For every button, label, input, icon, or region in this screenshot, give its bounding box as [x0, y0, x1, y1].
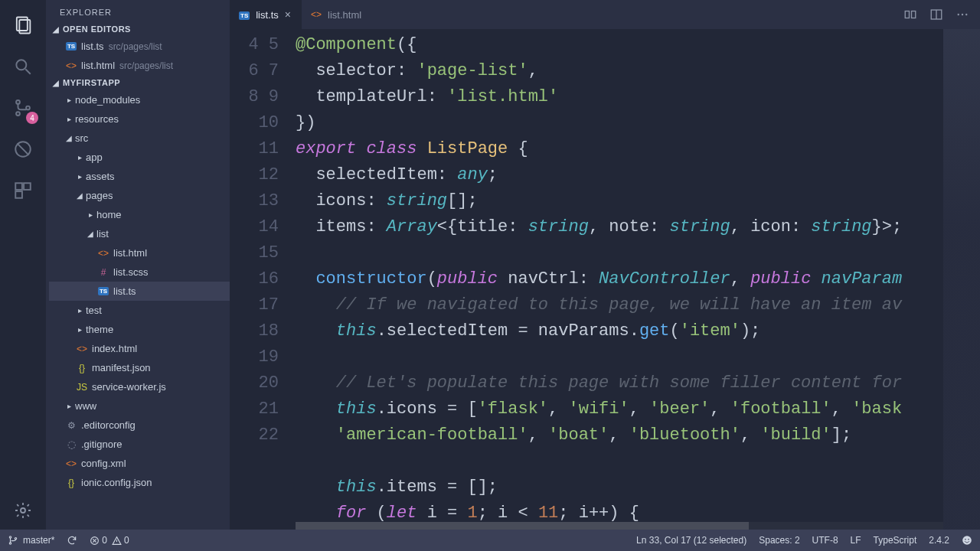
folder-home[interactable]: ▸home [49, 205, 230, 224]
folder-node-modules[interactable]: ▸node_modules [49, 90, 230, 109]
svg-point-27 [962, 536, 972, 545]
html-file-icon: <> [311, 9, 322, 20]
svg-line-8 [17, 143, 28, 155]
svg-point-4 [16, 100, 20, 104]
file-manifest-json[interactable]: {}manifest.json [49, 358, 230, 377]
main-row: 4 EXPLORER ◢ OPEN EDITORS TS [0, 0, 980, 530]
file-gitignore[interactable]: ◌.gitignore [49, 435, 230, 454]
indentation-status[interactable]: Spaces: 2 [759, 535, 799, 546]
horizontal-scrollbar[interactable] [296, 522, 943, 530]
chevron-down-icon: ◢ [51, 79, 61, 87]
svg-rect-14 [912, 11, 916, 18]
html-file-icon: <> [64, 60, 78, 71]
js-file-icon: JS [75, 382, 89, 393]
open-editors-list: TS list.ts src/pages/list <> list.html s… [46, 37, 230, 75]
debug-activity-icon[interactable] [0, 129, 46, 170]
folder-src[interactable]: ◢src [49, 129, 230, 148]
project-section[interactable]: ◢ MYFIRSTAPP [46, 75, 230, 90]
feedback-icon[interactable] [962, 535, 972, 546]
sidebar-title: EXPLORER [46, 0, 230, 21]
html-file-icon: <> [96, 248, 110, 259]
minimap[interactable] [943, 29, 980, 530]
svg-line-3 [25, 69, 31, 74]
file-index-html[interactable]: <>index.html [49, 339, 230, 358]
folder-list[interactable]: ◢list [49, 224, 230, 243]
extensions-activity-icon[interactable] [0, 170, 46, 211]
settings-gear-icon[interactable] [0, 491, 46, 530]
folder-resources[interactable]: ▸resources [49, 109, 230, 129]
eol-status[interactable]: LF [851, 535, 861, 546]
json-file-icon: {} [75, 363, 89, 373]
svg-point-12 [21, 508, 25, 513]
cursor-position-status[interactable]: Ln 33, Col 17 (12 selected) [636, 535, 746, 546]
scm-activity-icon[interactable]: 4 [0, 87, 46, 129]
svg-rect-11 [15, 191, 22, 198]
file-service-worker[interactable]: JSservice-worker.js [49, 377, 230, 396]
svg-point-5 [16, 112, 20, 116]
gear-file-icon: ⚙ [64, 420, 78, 431]
file-ionic-config[interactable]: {}ionic.config.json [49, 473, 230, 492]
folder-assets[interactable]: ▸assets [49, 167, 230, 186]
folder-test[interactable]: ▸test [49, 301, 230, 320]
svg-point-17 [958, 14, 959, 15]
tab-list-html[interactable]: <> list.html [302, 0, 372, 29]
html-file-icon: <> [75, 344, 89, 354]
git-file-icon: ◌ [64, 439, 78, 450]
encoding-status[interactable]: UTF-8 [812, 535, 838, 546]
file-list-ts[interactable]: TSlist.ts [49, 282, 230, 301]
open-editor-item[interactable]: TS list.ts src/pages/list [49, 37, 230, 56]
ts-file-icon: TS [239, 11, 250, 20]
file-config-xml[interactable]: <>config.xml [49, 454, 230, 473]
more-actions-icon[interactable] [956, 8, 969, 21]
tab-list-ts[interactable]: TS list.ts × [230, 0, 302, 29]
svg-point-28 [965, 539, 966, 540]
folder-theme[interactable]: ▸theme [49, 320, 230, 339]
open-editors-section[interactable]: ◢ OPEN EDITORS [46, 21, 230, 37]
problems-status[interactable]: 0 0 [90, 535, 129, 546]
app-root: 4 EXPLORER ◢ OPEN EDITORS TS [0, 0, 980, 551]
svg-rect-13 [905, 11, 909, 18]
ts-file-icon: TS [98, 287, 109, 295]
file-list-html[interactable]: <>list.html [49, 243, 230, 262]
folder-www[interactable]: ▸www [49, 396, 230, 416]
editor-area: TS list.ts × <> list.html [230, 0, 980, 530]
search-activity-icon[interactable] [0, 46, 46, 87]
scss-file-icon: # [96, 267, 110, 278]
version-status[interactable]: 2.4.2 [929, 535, 949, 546]
status-bar: master* 0 0 Ln 33, Col 17 (12 selected) … [0, 530, 980, 551]
file-editorconfig[interactable]: ⚙.editorconfig [49, 416, 230, 435]
line-gutter: 4 5 6 7 8 9 10 11 12 13 14 15 16 17 18 1… [230, 29, 296, 530]
split-editor-icon[interactable] [929, 8, 943, 21]
code-content[interactable]: @Component({ selector: 'page-list', temp… [296, 29, 943, 530]
explorer-activity-icon[interactable] [0, 5, 46, 46]
editor-actions [903, 8, 980, 21]
git-branch-status[interactable]: master* [8, 535, 54, 546]
open-editor-item[interactable]: <> list.html src/pages/list [49, 56, 230, 75]
git-sync-status[interactable] [67, 535, 77, 546]
ts-file-icon: TS [66, 42, 77, 51]
svg-point-2 [16, 60, 26, 70]
svg-point-19 [965, 14, 967, 15]
folder-app[interactable]: ▸app [49, 148, 230, 167]
file-tree: ▸node_modules ▸resources ◢src ▸app ▸asse… [46, 90, 230, 492]
sidebar: EXPLORER ◢ OPEN EDITORS TS list.ts src/p… [46, 0, 230, 530]
activity-bar: 4 [0, 0, 46, 530]
scm-badge: 4 [26, 112, 38, 124]
close-tab-icon[interactable]: × [285, 8, 291, 21]
svg-point-20 [9, 536, 11, 538]
svg-point-29 [968, 539, 969, 540]
svg-point-6 [26, 106, 30, 110]
file-list-scss[interactable]: #list.scss [49, 262, 230, 282]
folder-pages[interactable]: ◢pages [49, 186, 230, 205]
svg-rect-9 [15, 183, 22, 190]
svg-point-21 [9, 543, 11, 544]
language-status[interactable]: TypeScript [874, 535, 917, 546]
svg-point-22 [15, 538, 16, 540]
svg-point-18 [962, 14, 963, 15]
compare-icon[interactable] [903, 8, 917, 21]
xml-file-icon: <> [64, 458, 78, 469]
code-editor[interactable]: 4 5 6 7 8 9 10 11 12 13 14 15 16 17 18 1… [230, 29, 980, 530]
svg-rect-10 [24, 183, 31, 190]
json-file-icon: {} [64, 478, 78, 488]
editor-tabs: TS list.ts × <> list.html [230, 0, 980, 29]
